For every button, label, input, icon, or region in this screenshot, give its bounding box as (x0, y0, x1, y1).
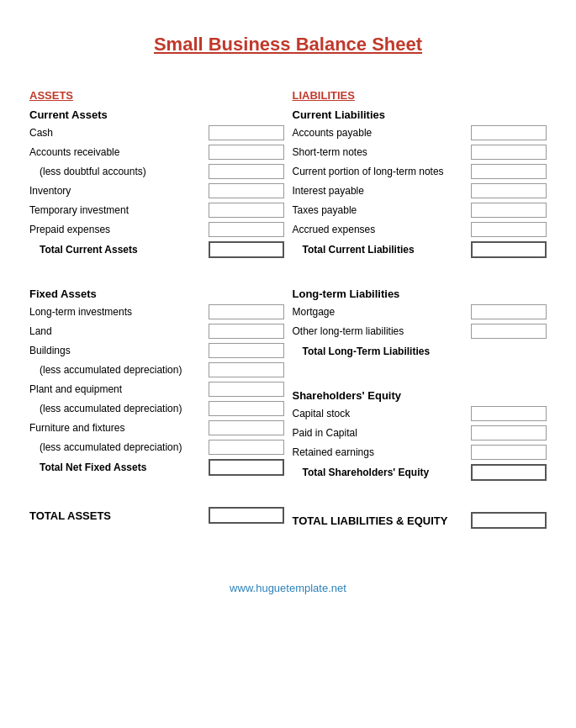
buildings-input[interactable] (209, 343, 284, 358)
buildings-label: Buildings (29, 345, 209, 356)
list-item: Paid in Capital (293, 425, 547, 441)
less-accum-dep-buildings-input[interactable] (209, 362, 284, 377)
total-longterm-liabilities-label: Total Long-Term Liabilities (293, 346, 472, 357)
list-item: Plant and equipment (29, 381, 284, 398)
accounts-payable-label: Accounts payable (293, 127, 472, 139)
plant-equipment-label: Plant and equipment (29, 383, 209, 395)
list-item: Retained earnings (293, 444, 547, 461)
furniture-fixtures-input[interactable] (209, 420, 284, 435)
taxes-payable-input[interactable] (471, 203, 547, 218)
total-shareholders-equity-row: Total Shareholders' Equity (293, 464, 547, 481)
footer-link: www.huguetemplate.net (25, 582, 551, 594)
less-doubtful-label: (less doubtful accounts) (29, 166, 209, 177)
accrued-expenses-input[interactable] (471, 222, 547, 237)
accrued-expenses-label: Accrued expenses (293, 224, 472, 235)
total-current-liabilities-input[interactable] (471, 241, 547, 258)
short-term-notes-label: Short-term notes (293, 146, 472, 158)
total-assets-label: TOTAL ASSETS (29, 509, 209, 522)
current-portion-longterm-label: Current portion of long-term notes (293, 166, 472, 177)
list-item: (less accumulated depreciation) (29, 400, 284, 417)
total-shareholders-equity-input[interactable] (471, 464, 547, 481)
capital-stock-label: Capital stock (293, 408, 472, 419)
total-assets-input[interactable] (209, 507, 284, 524)
cash-input[interactable] (209, 125, 284, 140)
total-liabilities-equity-input[interactable] (471, 512, 547, 529)
short-term-notes-input[interactable] (471, 145, 547, 160)
list-item: Buildings (29, 342, 284, 359)
shareholders-equity-title: Shareholders' Equity (293, 389, 547, 402)
list-item: Inventory (29, 182, 284, 199)
list-item: (less accumulated depreciation) (29, 439, 284, 456)
list-item: Accounts payable (293, 124, 547, 141)
total-net-fixed-assets-label: Total Net Fixed Assets (29, 462, 209, 473)
less-doubtful-input[interactable] (209, 164, 284, 179)
total-net-fixed-assets-row: Total Net Fixed Assets (29, 459, 284, 476)
longterm-investments-label: Long-term investments (29, 306, 209, 318)
plant-equipment-input[interactable] (209, 382, 284, 397)
list-item: Taxes payable (293, 202, 547, 219)
longterm-liabilities-title: Long-term Liabilities (293, 288, 547, 300)
accounts-receivable-input[interactable] (209, 145, 284, 160)
list-item: Furniture and fixtures (29, 419, 284, 436)
paid-in-capital-input[interactable] (471, 425, 547, 440)
inventory-input[interactable] (209, 183, 284, 198)
other-longterm-liabilities-input[interactable] (471, 324, 547, 339)
total-liabilities-equity-row: TOTAL LIABILITIES & EQUITY (293, 512, 547, 529)
list-item: Cash (29, 124, 284, 141)
prepaid-expenses-input[interactable] (209, 222, 284, 237)
retained-earnings-label: Retained earnings (293, 446, 472, 458)
assets-header: ASSETS (29, 89, 284, 102)
page-title: Small Business Balance Sheet (25, 34, 551, 55)
less-accum-dep-plant-label: (less accumulated depreciation) (29, 403, 209, 414)
total-net-fixed-assets-input[interactable] (209, 459, 284, 476)
furniture-fixtures-label: Furniture and fixtures (29, 422, 209, 434)
total-current-liabilities-label: Total Current Liabilities (293, 244, 472, 256)
list-item: Short-term notes (293, 144, 547, 161)
less-accum-dep-buildings-label: (less accumulated depreciation) (29, 364, 209, 376)
total-current-assets-row: Total Current Assets (29, 241, 284, 258)
less-accum-dep-plant-input[interactable] (209, 401, 284, 416)
total-longterm-liabilities-row: Total Long-Term Liabilities (293, 343, 547, 360)
total-liabilities-equity-label: TOTAL LIABILITIES & EQUITY (293, 514, 472, 527)
total-current-assets-label: Total Current Assets (29, 244, 209, 256)
list-item: Accounts receivable (29, 144, 284, 161)
other-longterm-liabilities-label: Other long-term liabilities (293, 325, 472, 337)
inventory-label: Inventory (29, 185, 209, 197)
list-item: (less accumulated depreciation) (29, 361, 284, 378)
land-input[interactable] (209, 324, 284, 339)
longterm-investments-input[interactable] (209, 304, 284, 319)
list-item: Long-term investments (29, 303, 284, 320)
total-current-assets-input[interactable] (209, 241, 284, 258)
accounts-payable-input[interactable] (471, 125, 547, 140)
list-item: Accrued expenses (293, 221, 547, 238)
total-current-liabilities-row: Total Current Liabilities (293, 241, 547, 258)
current-liabilities-title: Current Liabilities (293, 108, 547, 121)
cash-label: Cash (29, 127, 209, 139)
list-item: Current portion of long-term notes (293, 163, 547, 180)
paid-in-capital-label: Paid in Capital (293, 427, 472, 439)
list-item: Interest payable (293, 182, 547, 199)
list-item: Other long-term liabilities (293, 323, 547, 340)
list-item: Mortgage (293, 303, 547, 320)
list-item: Temporary investment (29, 202, 284, 219)
land-label: Land (29, 325, 209, 337)
fixed-assets-title: Fixed Assets (29, 288, 284, 300)
temporary-investment-input[interactable] (209, 203, 284, 218)
list-item: Land (29, 323, 284, 340)
liabilities-header: LIABILITIES (293, 89, 547, 102)
list-item: (less doubtful accounts) (29, 163, 284, 180)
prepaid-expenses-label: Prepaid expenses (29, 224, 209, 235)
list-item: Capital stock (293, 405, 547, 422)
interest-payable-label: Interest payable (293, 185, 472, 197)
mortgage-input[interactable] (471, 304, 547, 319)
retained-earnings-input[interactable] (471, 445, 547, 460)
less-accum-dep-furniture-input[interactable] (209, 440, 284, 455)
temporary-investment-label: Temporary investment (29, 204, 209, 216)
current-portion-longterm-input[interactable] (471, 164, 547, 179)
interest-payable-input[interactable] (471, 183, 547, 198)
total-shareholders-equity-label: Total Shareholders' Equity (293, 467, 472, 478)
accounts-receivable-label: Accounts receivable (29, 146, 209, 158)
less-accum-dep-furniture-label: (less accumulated depreciation) (29, 441, 209, 453)
current-assets-title: Current Assets (29, 108, 284, 121)
capital-stock-input[interactable] (471, 406, 547, 421)
